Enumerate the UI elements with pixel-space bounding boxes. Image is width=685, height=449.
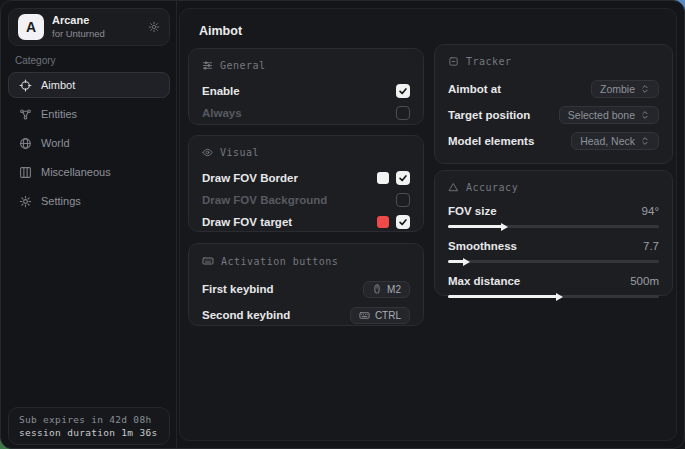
setting-row-fov-background: Draw FOV Background: [202, 189, 410, 211]
first-keybind-button[interactable]: M2: [363, 281, 410, 298]
setting-label: Always: [202, 107, 242, 119]
sidebar-item-entities[interactable]: Entities: [8, 101, 170, 127]
enable-checkbox[interactable]: [396, 84, 410, 98]
card-title: Activation buttons: [221, 256, 338, 267]
sidebar-item-label: World: [41, 137, 70, 149]
setting-label: First keybind: [202, 283, 274, 295]
keybind-value: CTRL: [375, 310, 401, 321]
slider-thumb[interactable]: [556, 293, 563, 301]
slider-fill: [448, 295, 558, 298]
dropdown-value: Zombie: [600, 83, 635, 95]
dropdown-value: Head, Neck: [580, 135, 635, 147]
app-logo: A: [18, 14, 44, 40]
setting-row-first-keybind: First keybind M2: [202, 276, 410, 302]
keyboard-icon: [359, 310, 370, 321]
sidebar-nav: Aimbot Entities World Miscellaneous: [8, 72, 170, 214]
smoothness-slider[interactable]: [448, 260, 659, 263]
fov-background-checkbox[interactable]: [396, 193, 410, 207]
slider-thumb[interactable]: [463, 258, 470, 266]
setting-label: Draw FOV Border: [202, 172, 298, 184]
globe-icon: [19, 137, 32, 150]
slider-value: 7.7: [643, 240, 659, 252]
sidebar-item-settings[interactable]: Settings: [8, 188, 170, 214]
subscription-status-card: Sub expires in 42d 08h session duration …: [8, 407, 170, 445]
mouse-icon: [372, 284, 382, 294]
sidebar-item-miscellaneous[interactable]: Miscellaneous: [8, 159, 170, 185]
setting-label: Enable: [202, 85, 240, 97]
chevrons-up-down-icon: [640, 84, 650, 94]
accuracy-card: Accuracy FOV size 94° Smoothness 7.7: [434, 170, 673, 296]
setting-label: Draw FOV Background: [202, 194, 327, 206]
always-checkbox[interactable]: [396, 106, 410, 120]
card-title: Visual: [220, 147, 259, 158]
smoothness-slider-group: Smoothness 7.7: [448, 237, 659, 263]
setting-row-model-elements: Model elements Head, Neck: [448, 128, 659, 154]
slider-fill: [448, 225, 503, 228]
sidebar-item-label: Aimbot: [41, 79, 75, 91]
sidebar-item-label: Settings: [41, 195, 81, 207]
crosshair-icon: [19, 79, 32, 92]
setting-label: Aimbot at: [448, 83, 501, 95]
setting-label: FOV size: [448, 205, 497, 217]
logo-letter: A: [26, 19, 36, 35]
app-meta: Arcane for Unturned: [52, 14, 140, 40]
setting-label: Draw FOV target: [202, 216, 292, 228]
logo-card: A Arcane for Unturned: [8, 8, 170, 46]
activation-card-header: Activation buttons: [202, 255, 410, 267]
sidebar-item-label: Entities: [41, 108, 77, 120]
card-title: General: [220, 60, 266, 71]
max-distance-slider[interactable]: [448, 295, 659, 298]
accuracy-card-header: Accuracy: [448, 182, 659, 193]
fov-size-slider-group: FOV size 94°: [448, 202, 659, 228]
setting-label: Model elements: [448, 135, 534, 147]
setting-row-aimbot-at: Aimbot at Zombie: [448, 76, 659, 102]
sidebar-item-label: Miscellaneous: [41, 166, 111, 178]
fov-target-color-swatch[interactable]: [377, 216, 389, 228]
general-card-header: General: [202, 60, 410, 71]
category-label: Category: [15, 55, 56, 66]
fov-target-checkbox[interactable]: [396, 215, 410, 229]
general-card: General Enable Always: [188, 48, 424, 125]
second-keybind-button[interactable]: CTRL: [350, 307, 410, 324]
chevrons-up-down-icon: [640, 136, 650, 146]
setting-row-always: Always: [202, 102, 410, 124]
fov-border-color-swatch[interactable]: [377, 172, 389, 184]
setting-row-target-position: Target position Selected bone: [448, 102, 659, 128]
keybind-value: M2: [387, 284, 401, 295]
columns-icon: [19, 166, 32, 179]
slider-thumb[interactable]: [501, 223, 508, 231]
fov-border-checkbox[interactable]: [396, 171, 410, 185]
visual-card-header: Visual: [202, 147, 410, 158]
setting-label: Target position: [448, 109, 530, 121]
slider-value: 94°: [642, 205, 659, 217]
visual-card: Visual Draw FOV Border Draw FOV Backgrou…: [188, 135, 424, 232]
setting-row-second-keybind: Second keybind CTRL: [202, 302, 410, 328]
eye-icon: [202, 147, 213, 158]
sidebar-item-aimbot[interactable]: Aimbot: [8, 72, 170, 98]
sidebar: A Arcane for Unturned Category Aimbot: [1, 1, 177, 448]
model-elements-dropdown[interactable]: Head, Neck: [571, 132, 659, 150]
app-subtitle: for Unturned: [52, 28, 140, 40]
setting-row-fov-target: Draw FOV target: [202, 211, 410, 233]
triangle-icon: [448, 182, 459, 193]
page-title: Aimbot: [199, 24, 242, 38]
target-position-dropdown[interactable]: Selected bone: [559, 106, 659, 124]
chevrons-up-down-icon: [640, 110, 650, 120]
aimbot-at-dropdown[interactable]: Zombie: [591, 80, 659, 98]
gear-icon: [19, 195, 32, 208]
session-duration-text: session duration 1m 36s: [19, 427, 159, 438]
slider-value: 500m: [630, 275, 659, 287]
gear-icon[interactable]: [148, 21, 160, 33]
fov-size-slider[interactable]: [448, 225, 659, 228]
main-panel: Aimbot General Enable Always: [179, 8, 677, 441]
setting-row-enable: Enable: [202, 80, 410, 102]
app-name: Arcane: [52, 14, 140, 28]
box-minus-icon: [448, 56, 459, 67]
setting-label: Smoothness: [448, 240, 517, 252]
sliders-icon: [202, 60, 213, 71]
app-window: A Arcane for Unturned Category Aimbot: [0, 0, 685, 449]
setting-label: Max distance: [448, 275, 520, 287]
sidebar-item-world[interactable]: World: [8, 130, 170, 156]
sub-expiry-text: Sub expires in 42d 08h: [19, 414, 159, 425]
setting-row-fov-border: Draw FOV Border: [202, 167, 410, 189]
